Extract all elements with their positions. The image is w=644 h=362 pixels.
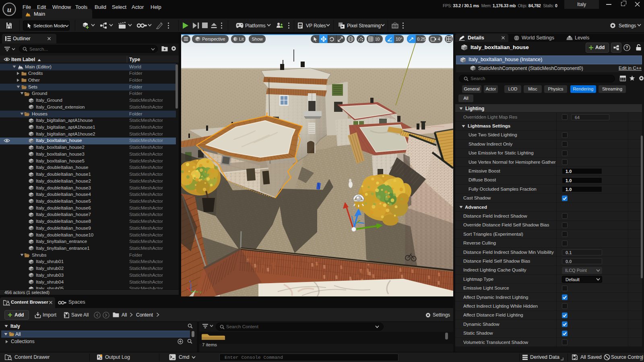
svg-text:Y: Y [200,291,202,294]
svg-text:u: u [7,5,12,14]
svg-text:z: z [189,280,191,283]
svg-text:?: ? [625,45,628,50]
